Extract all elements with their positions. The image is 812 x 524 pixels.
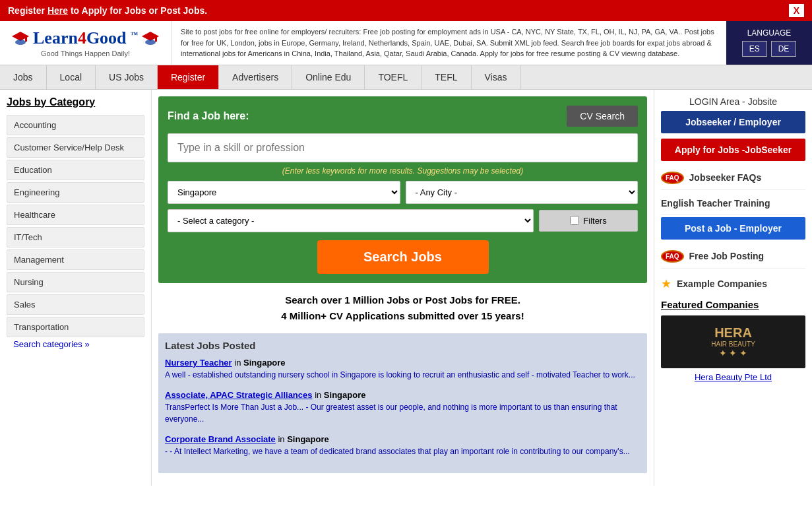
register-link[interactable]: Here [47,5,68,16]
english-teacher-link[interactable]: English Teacher Training [661,193,805,214]
faq-badge: FAQ [661,172,684,184]
search-box: Find a Job here: CV Search (Enter less k… [158,96,647,283]
free-posting-label: Free Job Posting [689,251,765,261]
svg-rect-4 [155,36,157,42]
filters-button[interactable]: Filters [539,210,638,232]
sidebar-item-accounting[interactable]: Accounting [7,115,144,135]
top-banner: Register Here to Apply for Jobs or Post … [0,0,812,21]
sidebar-item-engineering[interactable]: Engineering [7,182,144,203]
nav-us-jobs[interactable]: US Jobs [96,65,158,89]
language-de-button[interactable]: DE [771,41,797,57]
job-title-row-3: Corporate Brand Associate in Singapore [165,434,640,444]
header: Learn4Good ™ Good Things Happen Daily! S… [0,21,812,65]
sidebar-item-it-tech[interactable]: IT/Tech [7,227,144,247]
find-job-label: Find a Job here: [168,110,249,122]
search-row-location: Singapore United States United Kingdom -… [168,181,638,204]
logo-icon-left [11,30,30,46]
sidebar-item-management[interactable]: Management [7,249,144,270]
job-listing-1: Nursery Teacher in Singapore A well - es… [165,358,640,381]
filters-checkbox[interactable] [570,216,579,225]
logo-num: 4 [78,28,86,48]
main-layout: Jobs by Category Accounting Customer Ser… [0,90,812,486]
close-banner-button[interactable]: X [789,4,804,17]
search-hint: (Enter less keywords for more results. S… [168,166,638,176]
apply-jobs-button[interactable]: Apply for Jobs -JobSeeker [661,139,805,161]
language-es-button[interactable]: ES [742,41,767,57]
country-select[interactable]: Singapore United States United Kingdom [168,181,400,204]
left-sidebar: Jobs by Category Accounting Customer Ser… [0,90,152,486]
job-listing-2: Associate, APAC Strategic Alliances in S… [165,390,640,425]
featured-company-name: HERA [711,325,755,341]
language-title: LANGUAGE [747,28,792,38]
sidebar-title: Jobs by Category [7,96,144,108]
city-select[interactable]: - Any City - Singapore City [406,181,639,204]
latest-jobs-section: Latest Jobs Posted Nursery Teacher in Si… [158,333,647,473]
job-location-2: Singapore [324,390,366,400]
svg-point-5 [145,40,156,45]
job-desc-3: - - At Intellect Marketing, we have a te… [165,445,640,457]
featured-companies-title: Featured Companies [661,299,805,310]
sidebar-item-sales[interactable]: Sales [7,294,144,315]
job-title-link-3[interactable]: Corporate Brand Associate [165,434,276,444]
filters-label: Filters [583,216,606,226]
featured-company-subtitle: HAIR BEAUTY [711,341,755,348]
star-icon: ★ [661,277,671,291]
header-info-text: Site to post jobs for free online for em… [172,21,726,65]
stats-line1: Search over 1 Million Jobs or Post Jobs … [158,292,647,308]
main-nav: Jobs Local US Jobs Register Advertisers … [0,65,812,90]
job-desc-1: A well - established outstanding nursery… [165,369,640,381]
logo-icon-right [141,30,160,46]
nav-advertisers[interactable]: Advertisers [219,65,292,89]
language-area: LANGUAGE ES DE [726,21,812,65]
featured-company-link[interactable]: Hera Beauty Pte Ltd [661,372,805,382]
job-title-link-2[interactable]: Associate, APAC Strategic Alliances [165,390,313,400]
right-sidebar: LOGIN Area - Jobsite Jobseeker / Employe… [654,90,812,486]
featured-company-image: HERA HAIR BEAUTY ✦ ✦ ✦ [661,315,805,368]
search-box-header: Find a Job here: CV Search [168,106,638,127]
center-content: Find a Job here: CV Search (Enter less k… [152,90,654,486]
stats-line2: 4 Million+ CV Applications submitted ove… [158,308,647,324]
job-listing-3: Corporate Brand Associate in Singapore -… [165,434,640,457]
job-location-1: Singapore [243,358,286,368]
logo-wrapper: Learn4Good ™ [11,28,160,48]
search-categories-link[interactable]: Search categories » [7,334,96,354]
stats-text: Search over 1 Million Jobs or Post Jobs … [158,283,647,333]
sidebar-item-nursing[interactable]: Nursing [7,272,144,292]
nav-online-edu[interactable]: Online Edu [292,65,365,89]
category-select[interactable]: - Select a category - Accounting Educati… [168,209,534,232]
job-title-link-1[interactable]: Nursery Teacher [165,358,232,368]
nav-visas[interactable]: Visas [472,65,521,89]
example-companies-label: Example Companies [677,278,767,289]
nav-register[interactable]: Register [158,65,219,89]
language-buttons: ES DE [742,41,797,57]
example-companies-row: ★ Example Companies [661,271,805,296]
nav-jobs[interactable]: Jobs [0,65,47,89]
post-job-button[interactable]: Post a Job - Employer [661,217,805,240]
latest-jobs-title: Latest Jobs Posted [165,340,640,351]
cv-search-button[interactable]: CV Search [567,106,638,127]
banner-text: Register Here to Apply for Jobs or Post … [8,5,207,16]
sidebar-item-education[interactable]: Education [7,160,144,180]
svg-point-2 [15,40,26,45]
job-desc-2: TransPerfect Is More Than Just a Job... … [165,401,640,425]
logo-good: Good [86,28,127,48]
free-posting-badge: FAQ [661,250,684,263]
login-area-title: LOGIN Area - Jobsite [661,96,805,107]
job-title-row-1: Nursery Teacher in Singapore [165,358,640,368]
nav-local[interactable]: Local [47,65,96,89]
logo-tagline: Good Things Happen Daily! [41,49,130,57]
svg-rect-1 [25,36,27,42]
job-title-row-2: Associate, APAC Strategic Alliances in S… [165,390,640,400]
sidebar-item-customer-service[interactable]: Customer Service/Help Desk [7,137,144,158]
search-jobs-button[interactable]: Search Jobs [317,240,489,274]
nav-tefl[interactable]: TEFL [422,65,471,89]
faq-label: Jobseeker FAQs [689,172,762,183]
logo-learn: Learn [33,28,78,48]
logo-area: Learn4Good ™ Good Things Happen Daily! [0,21,172,65]
jobseeker-employer-button[interactable]: Jobseeker / Employer [661,111,805,133]
job-location-3: Singapore [287,434,329,444]
search-row-category: - Select a category - Accounting Educati… [168,209,638,232]
sidebar-item-healthcare[interactable]: Healthcare [7,205,144,225]
nav-toefl[interactable]: TOEFL [365,65,422,89]
skill-search-input[interactable] [168,133,638,162]
